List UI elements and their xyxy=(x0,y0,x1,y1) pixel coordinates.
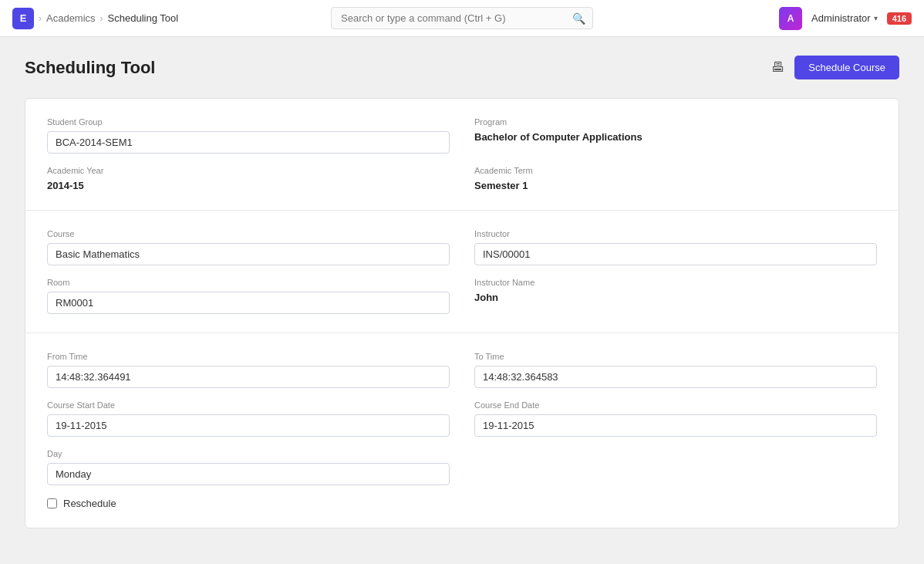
reschedule-checkbox[interactable] xyxy=(47,498,57,508)
field-to-time: To Time xyxy=(474,352,877,388)
section-student-group: Student Group Program Bachelor of Comput… xyxy=(25,99,899,211)
course-start-date-input[interactable] xyxy=(47,414,450,437)
field-from-time: From Time xyxy=(47,352,450,388)
col-academic-term: Academic Term Semester 1 xyxy=(474,166,877,191)
app-icon[interactable]: E xyxy=(12,8,34,29)
col-program: Program Bachelor of Computer Application… xyxy=(474,117,877,154)
instructor-label: Instructor xyxy=(474,229,877,238)
col-course: Course xyxy=(47,229,450,265)
search-input[interactable] xyxy=(331,7,593,29)
header-actions: 🖶 Schedule Course xyxy=(771,56,899,79)
notification-badge[interactable]: 416 xyxy=(887,12,912,25)
reschedule-row: Reschedule xyxy=(47,498,877,509)
col-room: Room xyxy=(47,278,450,314)
room-input[interactable] xyxy=(47,292,450,314)
to-time-label: To Time xyxy=(474,352,877,361)
field-course: Course xyxy=(47,229,450,265)
row-course-instructor: Course Instructor xyxy=(47,229,877,265)
search-icon: 🔍 xyxy=(572,12,585,25)
instructor-name-value: John xyxy=(474,292,877,303)
col-start-date: Course Start Date xyxy=(47,400,450,437)
print-icon[interactable]: 🖶 xyxy=(771,59,785,76)
section-course: Course Instructor Room xyxy=(25,211,899,333)
user-name: Administrator xyxy=(811,12,871,24)
col-student-group: Student Group xyxy=(47,117,450,154)
student-group-input[interactable] xyxy=(47,131,450,154)
course-end-date-label: Course End Date xyxy=(474,400,877,410)
academic-year-value: 2014-15 xyxy=(47,180,450,191)
to-time-input[interactable] xyxy=(474,366,877,388)
field-day: Day xyxy=(47,449,450,485)
col-academic-year: Academic Year 2014-15 xyxy=(47,166,450,191)
field-instructor-name: Instructor Name John xyxy=(474,278,877,303)
row-dates: Course Start Date Course End Date xyxy=(47,400,877,437)
instructor-name-label: Instructor Name xyxy=(474,278,877,287)
field-room: Room xyxy=(47,278,450,314)
page-header: Scheduling Tool 🖶 Schedule Course xyxy=(25,56,899,79)
row-student-program: Student Group Program Bachelor of Comput… xyxy=(47,117,877,154)
nav-left: E › Academics › Scheduling Tool xyxy=(12,8,178,29)
breadcrumb-chevron-1: › xyxy=(39,13,42,24)
field-program: Program Bachelor of Computer Application… xyxy=(474,117,877,143)
user-menu[interactable]: Administrator ▾ xyxy=(811,12,878,24)
col-end-date: Course End Date xyxy=(474,400,877,437)
col-to-time: To Time xyxy=(474,352,877,388)
breadcrumb-academics[interactable]: Academics xyxy=(46,12,96,24)
from-time-label: From Time xyxy=(47,352,450,361)
page-title: Scheduling Tool xyxy=(25,58,155,78)
student-group-label: Student Group xyxy=(47,117,450,127)
from-time-input[interactable] xyxy=(47,366,450,388)
search-container: 🔍 xyxy=(331,7,593,29)
course-label: Course xyxy=(47,229,450,238)
page-container: Scheduling Tool 🖶 Schedule Course Studen… xyxy=(0,37,924,547)
row-academic-year-term: Academic Year 2014-15 Academic Term Seme… xyxy=(47,166,877,191)
form-card: Student Group Program Bachelor of Comput… xyxy=(25,98,899,529)
field-academic-term: Academic Term Semester 1 xyxy=(474,166,877,191)
academic-term-value: Semester 1 xyxy=(474,180,877,191)
field-academic-year: Academic Year 2014-15 xyxy=(47,166,450,191)
instructor-input[interactable] xyxy=(474,243,877,265)
course-start-date-label: Course Start Date xyxy=(47,400,450,410)
navbar: E › Academics › Scheduling Tool 🔍 A Admi… xyxy=(0,0,924,37)
program-label: Program xyxy=(474,117,877,127)
row-day: Day xyxy=(47,449,877,485)
field-course-end-date: Course End Date xyxy=(474,400,877,437)
field-instructor: Instructor xyxy=(474,229,877,265)
course-end-date-input[interactable] xyxy=(474,414,877,437)
col-instructor-name: Instructor Name John xyxy=(474,278,877,314)
schedule-course-button[interactable]: Schedule Course xyxy=(794,56,899,79)
nav-right: A Administrator ▾ 416 xyxy=(779,7,912,30)
col-from-time: From Time xyxy=(47,352,450,388)
academic-term-label: Academic Term xyxy=(474,166,877,175)
row-room-instructor-name: Room Instructor Name John xyxy=(47,278,877,314)
col-day: Day xyxy=(47,449,450,485)
field-student-group: Student Group xyxy=(47,117,450,154)
reschedule-label: Reschedule xyxy=(63,498,116,509)
section-schedule: From Time To Time Course Start Date xyxy=(25,333,899,528)
breadcrumb-scheduling-tool: Scheduling Tool xyxy=(108,12,179,24)
day-input[interactable] xyxy=(47,463,450,485)
chevron-down-icon: ▾ xyxy=(874,14,878,22)
program-value: Bachelor of Computer Applications xyxy=(474,131,877,143)
room-label: Room xyxy=(47,278,450,287)
avatar: A xyxy=(779,7,802,30)
course-input[interactable] xyxy=(47,243,450,265)
academic-year-label: Academic Year xyxy=(47,166,450,175)
field-course-start-date: Course Start Date xyxy=(47,400,450,437)
col-empty xyxy=(474,449,877,485)
row-times: From Time To Time xyxy=(47,352,877,388)
breadcrumb-chevron-2: › xyxy=(100,13,103,24)
day-label: Day xyxy=(47,449,450,458)
col-instructor: Instructor xyxy=(474,229,877,265)
